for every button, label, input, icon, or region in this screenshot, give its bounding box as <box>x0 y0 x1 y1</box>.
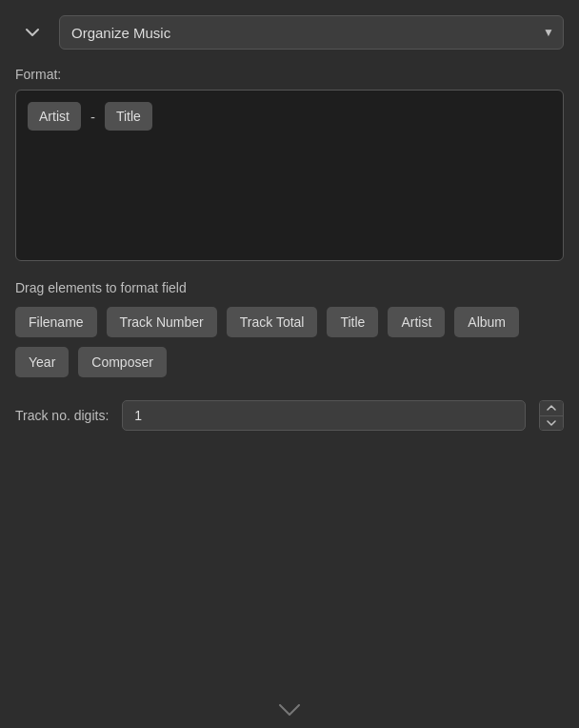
format-separator: - <box>89 102 97 131</box>
format-field[interactable]: Artist - Title <box>15 90 564 261</box>
format-pill-artist[interactable]: Artist <box>28 102 81 131</box>
element-album[interactable]: Album <box>454 307 519 337</box>
element-track-number[interactable]: Track Number <box>107 307 217 337</box>
chevron-down-icon <box>24 24 41 41</box>
elements-grid: Filename Track Number Track Total Title … <box>15 307 564 377</box>
element-artist[interactable]: Artist <box>388 307 445 337</box>
stepper-down-button[interactable] <box>540 416 563 431</box>
bottom-indicator <box>279 698 300 720</box>
collapse-button[interactable] <box>15 15 50 50</box>
track-digits-stepper <box>539 400 564 431</box>
stepper-up-button[interactable] <box>540 401 563 416</box>
drag-elements-label: Drag elements to format field <box>15 280 564 295</box>
format-pill-title[interactable]: Title <box>105 102 152 131</box>
element-filename[interactable]: Filename <box>15 307 97 337</box>
organize-dropdown-wrapper: Organize Music Rename Files Custom ▼ <box>59 15 564 50</box>
organize-dropdown[interactable]: Organize Music Rename Files Custom <box>59 15 564 50</box>
element-composer[interactable]: Composer <box>78 347 167 377</box>
header-row: Organize Music Rename Files Custom ▼ <box>15 15 564 50</box>
chevron-up-icon <box>547 405 556 411</box>
track-digits-input[interactable] <box>122 400 526 431</box>
chevron-down-icon <box>547 420 556 426</box>
element-track-total[interactable]: Track Total <box>227 307 318 337</box>
track-digits-row: Track no. digits: <box>15 400 564 431</box>
bottom-chevron-icon <box>279 704 300 716</box>
track-digits-label: Track no. digits: <box>15 408 109 423</box>
format-label: Format: <box>15 67 564 82</box>
element-title[interactable]: Title <box>327 307 378 337</box>
element-year[interactable]: Year <box>15 347 69 377</box>
